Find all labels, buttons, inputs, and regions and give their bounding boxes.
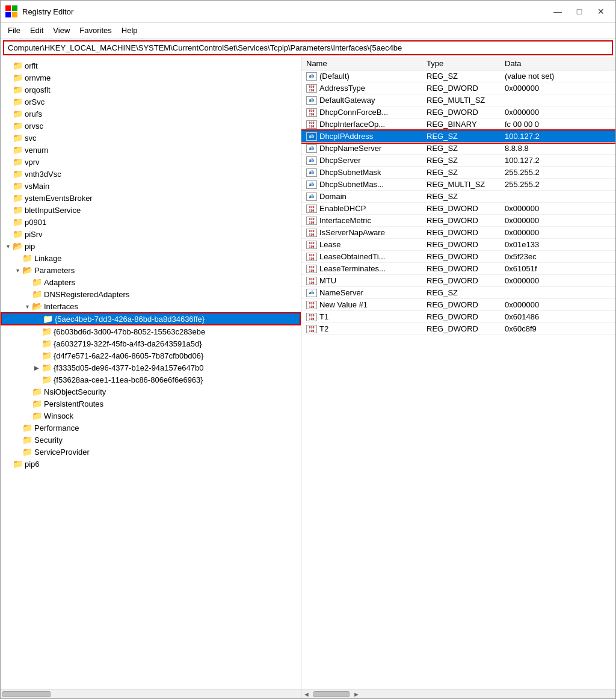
tree-item-6b03bd6d[interactable]: 📁 {6b03bd6d-3d00-47bb-8052-15563c283ebe: [1, 325, 301, 337]
tree-item-vnth3dVsc[interactable]: 📁 vnth3dVsc: [1, 168, 301, 180]
title-bar-controls: — □ ✕: [548, 4, 611, 19]
value-type-cell: REG_MULTI_SZ: [422, 94, 500, 106]
value-name-cell: abDefaultGateway: [301, 94, 422, 106]
table-row[interactable]: 010 110LeaseObtainedTi...REG_DWORD0x5f23…: [301, 251, 615, 263]
tree-item-p0901[interactable]: 📁 p0901: [1, 216, 301, 228]
value-data-cell: fc 00 00 0: [500, 119, 615, 131]
col-name: Name: [301, 57, 422, 70]
value-data-cell: 0x601486: [500, 311, 615, 323]
value-name-cell: 010 110DhcpConnForceB...: [301, 106, 422, 119]
tree-item-Interfaces[interactable]: ▾ 📂 Interfaces: [1, 300, 301, 312]
value-data-cell: 0x61051f: [500, 263, 615, 275]
tree-item-svc[interactable]: 📁 svc: [1, 132, 301, 144]
table-row[interactable]: 010 110T1REG_DWORD0x601486: [301, 311, 615, 323]
registry-values-table: Name Type Data ab(Default)REG_SZ(value n…: [301, 57, 615, 335]
title-bar-left: Registry Editor: [5, 5, 73, 17]
tree-item-ystemEventsBroker[interactable]: 📁 ystemEventsBroker: [1, 192, 301, 204]
registry-editor-window: Registry Editor — □ ✕ File Edit View Fav…: [0, 0, 616, 699]
value-name-cell: 010 110IsServerNapAware: [301, 227, 422, 239]
table-row[interactable]: 010 110New Value #1REG_DWORD0x000000: [301, 299, 615, 311]
value-name-cell: 010 110AddressType: [301, 82, 422, 94]
value-name-cell: 010 110Lease: [301, 239, 422, 251]
table-row[interactable]: 010 110DhcpInterfaceOp...REG_BINARYfc 00…: [301, 119, 615, 131]
table-row[interactable]: 010 110MTUREG_DWORD0x000000: [301, 275, 615, 287]
tree-item-vprv[interactable]: 📁 vprv: [1, 156, 301, 168]
tree-item-orqosflt[interactable]: 📁 orqosflt: [1, 84, 301, 96]
address-path: Computer\HKEY_LOCAL_MACHINE\SYSTEM\Curre…: [8, 43, 402, 52]
reg-type-icon: ab: [306, 132, 317, 141]
maximize-button[interactable]: □: [570, 4, 589, 19]
reg-type-icon: 010 110: [306, 277, 317, 285]
menu-edit[interactable]: Edit: [25, 24, 48, 37]
tree-item-orvsc[interactable]: 📁 orvsc: [1, 120, 301, 132]
tree-item-piSrv[interactable]: 📁 piSrv: [1, 228, 301, 240]
tree-item-pip[interactable]: ▾ 📂 pip: [1, 240, 301, 252]
tree-item-orufs[interactable]: 📁 orufs: [1, 108, 301, 120]
menu-help[interactable]: Help: [117, 24, 143, 37]
tree-item-orSvc[interactable]: 📁 orSvc: [1, 96, 301, 108]
tree-item-Parameters[interactable]: ▾ 📂 Parameters: [1, 264, 301, 276]
minimize-button[interactable]: —: [548, 4, 567, 19]
reg-type-icon: 010 110: [306, 120, 317, 129]
table-row[interactable]: abDefaultGatewayREG_MULTI_SZ: [301, 94, 615, 106]
tree-hscroll-thumb[interactable]: [2, 691, 51, 697]
table-row[interactable]: ab(Default)REG_SZ(value not set): [301, 70, 615, 82]
tree-item-NsiObjectSecurity[interactable]: 📁 NsiObjectSecurity: [1, 386, 301, 398]
tree-item-f53628aa[interactable]: 📁 {f53628aa-cee1-11ea-bc86-806e6f6e6963}: [1, 374, 301, 386]
tree-item-orflt[interactable]: 📁 orflt: [1, 60, 301, 72]
table-row[interactable]: abDhcpServerREG_SZ100.127.2: [301, 155, 615, 167]
table-row[interactable]: 010 110InterfaceMetricREG_DWORD0x000000: [301, 215, 615, 227]
values-hscroll-thumb[interactable]: [313, 691, 350, 697]
tree-item-PersistentRoutes[interactable]: 📁 PersistentRoutes: [1, 398, 301, 410]
table-row[interactable]: 010 110IsServerNapAwareREG_DWORD0x000000: [301, 227, 615, 239]
menu-favorites[interactable]: Favorites: [75, 24, 116, 37]
tree-item-a6032719[interactable]: 📁 {a6032719-322f-45fb-a4f3-da2643591a5d}: [1, 337, 301, 350]
tree-item-Security[interactable]: 📁 Security: [1, 434, 301, 446]
value-name-cell: ab(Default): [301, 70, 422, 82]
close-button[interactable]: ✕: [591, 4, 611, 19]
table-row[interactable]: abDomainREG_SZ: [301, 191, 615, 203]
tree-item-pip6[interactable]: 📁 pip6: [1, 458, 301, 470]
tree-item-vsMain[interactable]: 📁 vsMain: [1, 180, 301, 192]
tree-item-venum[interactable]: 📁 venum: [1, 144, 301, 156]
table-row[interactable]: abDhcpSubnetMas...REG_MULTI_SZ255.255.2: [301, 179, 615, 191]
value-name-cell: 010 110LeaseTerminates...: [301, 263, 422, 275]
tree-pane[interactable]: 📁 orflt 📁 ornvme 📁 orqosflt: [1, 57, 301, 689]
tree-item-Winsock[interactable]: 📁 Winsock: [1, 410, 301, 422]
value-name-text: T1: [319, 312, 328, 321]
value-name-text: Lease: [319, 240, 340, 249]
value-type-cell: REG_DWORD: [422, 299, 500, 311]
menu-file[interactable]: File: [3, 24, 25, 37]
tree-item-d4f7e571[interactable]: 📁 {d4f7e571-6a22-4a06-8605-7b87cfb0bd06}: [1, 350, 301, 362]
menu-view[interactable]: View: [48, 24, 75, 37]
address-bar[interactable]: Computer\HKEY_LOCAL_MACHINE\SYSTEM\Curre…: [3, 40, 613, 55]
value-data-cell: 0x000000: [500, 275, 615, 287]
table-row[interactable]: 010 110LeaseREG_DWORD0x01e133: [301, 239, 615, 251]
tree-hscrollbar[interactable]: [1, 689, 301, 698]
table-row[interactable]: abNameServerREG_SZ: [301, 287, 615, 299]
table-row[interactable]: abDhcpNameServerREG_SZ8.8.8.8: [301, 143, 615, 155]
value-data-cell: 0x5f23ec: [500, 251, 615, 263]
tree-item-f3335d05[interactable]: ▶ 📁 {f3335d05-de96-4377-b1e2-94a157e647b…: [1, 362, 301, 374]
values-hscrollbar[interactable]: ◄ ►: [301, 689, 615, 698]
title-bar: Registry Editor — □ ✕: [1, 1, 615, 23]
table-row[interactable]: 010 110EnableDHCPREG_DWORD0x000000: [301, 203, 615, 215]
tree-item-Performance[interactable]: 📁 Performance: [1, 422, 301, 434]
tree-item-Linkage[interactable]: 📁 Linkage: [1, 252, 301, 264]
reg-type-icon: 010 110: [306, 253, 317, 261]
table-row[interactable]: abDhcpSubnetMaskREG_SZ255.255.2: [301, 167, 615, 179]
tree-item-DNSRegisteredAdapters[interactable]: 📁 DNSRegisteredAdapters: [1, 288, 301, 300]
value-type-cell: REG_DWORD: [422, 215, 500, 227]
value-type-cell: REG_SZ: [422, 70, 500, 82]
table-row[interactable]: 010 110LeaseTerminates...REG_DWORD0x6105…: [301, 263, 615, 275]
table-row[interactable]: 010 110AddressTypeREG_DWORD0x000000: [301, 82, 615, 94]
tree-item-5aec4beb[interactable]: 📁 {5aec4beb-7dd3-426a-86bd-ba8d34636ffe}: [1, 312, 301, 325]
tree-item-ornvme[interactable]: 📁 ornvme: [1, 72, 301, 84]
table-row[interactable]: 010 110DhcpConnForceB...REG_DWORD0x00000…: [301, 106, 615, 119]
table-row[interactable]: abDhcpIPAddressREG_SZ100.127.2: [301, 131, 615, 143]
tree-item-ServiceProvider[interactable]: 📁 ServiceProvider: [1, 446, 301, 458]
value-type-cell: REG_SZ: [422, 143, 500, 155]
tree-item-bletInputService[interactable]: 📁 bletInputService: [1, 204, 301, 216]
tree-item-Adapters[interactable]: 📁 Adapters: [1, 276, 301, 288]
table-row[interactable]: 010 110T2REG_DWORD0x60c8f9: [301, 323, 615, 335]
